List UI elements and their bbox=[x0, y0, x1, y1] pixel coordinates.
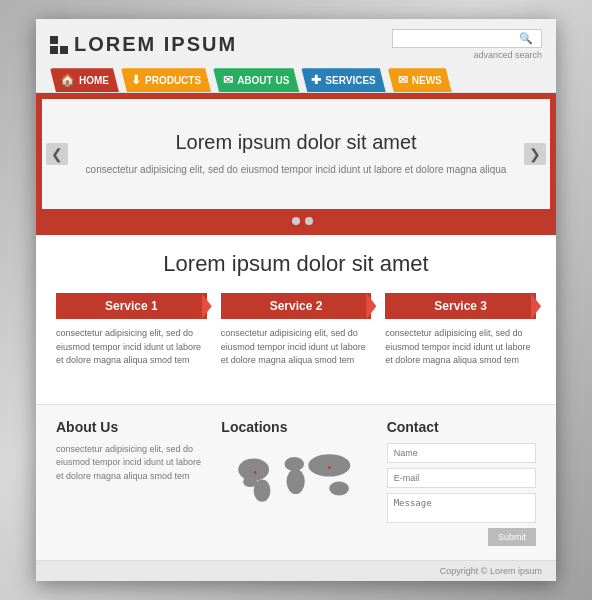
nav-label-services: SERVICES bbox=[325, 75, 375, 86]
nav-item-home[interactable]: 🏠 HOME bbox=[50, 68, 119, 92]
dot-3[interactable] bbox=[305, 217, 313, 225]
nav-label-about: ABOUT US bbox=[237, 75, 289, 86]
service-2-button[interactable]: Service 2 bbox=[221, 293, 372, 319]
service-2-text: consectetur adipisicing elit, sed do eiu… bbox=[221, 327, 372, 368]
contact-email-input[interactable] bbox=[387, 468, 536, 488]
services-row: Service 1 consectetur adipisicing elit, … bbox=[56, 293, 536, 368]
logo: LOREM IPSUM bbox=[50, 33, 237, 56]
about-title: About Us bbox=[56, 419, 205, 435]
service-3-text: consectetur adipisicing elit, sed do eiu… bbox=[385, 327, 536, 368]
svg-point-5 bbox=[309, 454, 351, 476]
nav-item-news[interactable]: ✉ NEWS bbox=[388, 68, 452, 92]
svg-point-4 bbox=[287, 469, 305, 494]
logo-text: LOREM IPSUM bbox=[74, 33, 237, 56]
svg-point-6 bbox=[330, 481, 350, 495]
slider-dots bbox=[42, 209, 550, 229]
nav-item-about[interactable]: ✉ ABOUT US bbox=[213, 68, 299, 92]
advanced-search-link[interactable]: advanced search bbox=[473, 50, 542, 60]
svg-point-8 bbox=[328, 466, 331, 469]
search-input[interactable] bbox=[399, 33, 519, 45]
nav-item-services[interactable]: ✚ SERVICES bbox=[301, 68, 385, 92]
services-icon: ✚ bbox=[311, 73, 321, 87]
header-top: LOREM IPSUM 🔍 advanced search bbox=[50, 29, 542, 60]
svg-point-3 bbox=[285, 457, 305, 471]
slider-text: consectetur adipisicing elit, sed do eiu… bbox=[86, 162, 507, 177]
about-text: consectetur adipisicing elit, sed do eiu… bbox=[56, 443, 205, 484]
contact-message-input[interactable] bbox=[387, 493, 536, 523]
nav-label-products: PRODUCTS bbox=[145, 75, 201, 86]
copyright: Copyright © Lorem ipsum bbox=[36, 560, 556, 581]
contact-title: Contact bbox=[387, 419, 536, 435]
main-title: Lorem ipsum dolor sit amet bbox=[56, 251, 536, 277]
logo-icon bbox=[50, 36, 68, 54]
footer-locations: Locations bbox=[221, 419, 370, 546]
slider-inner: ❮ Lorem ipsum dolor sit amet consectetur… bbox=[42, 99, 550, 209]
contact-name-input[interactable] bbox=[387, 443, 536, 463]
slider-arrow-left[interactable]: ❮ bbox=[46, 143, 68, 165]
dot-1[interactable] bbox=[279, 217, 287, 225]
slider-section: ❮ Lorem ipsum dolor sit amet consectetur… bbox=[36, 93, 556, 235]
footer-contact: Contact Submit bbox=[387, 419, 536, 546]
service-col-2: Service 2 consectetur adipisicing elit, … bbox=[221, 293, 372, 368]
svg-point-2 bbox=[254, 479, 271, 501]
service-1-button[interactable]: Service 1 bbox=[56, 293, 207, 319]
submit-button[interactable]: Submit bbox=[488, 528, 536, 546]
contact-form: Submit bbox=[387, 443, 536, 546]
header: LOREM IPSUM 🔍 advanced search 🏠 HOME ⬇ P… bbox=[36, 19, 556, 93]
about-icon: ✉ bbox=[223, 73, 233, 87]
news-icon: ✉ bbox=[398, 73, 408, 87]
service-1-text: consectetur adipisicing elit, sed do eiu… bbox=[56, 327, 207, 368]
dot-2[interactable] bbox=[292, 217, 300, 225]
service-col-3: Service 3 consectetur adipisicing elit, … bbox=[385, 293, 536, 368]
search-bar: 🔍 advanced search bbox=[392, 29, 542, 60]
nav-item-products[interactable]: ⬇ PRODUCTS bbox=[121, 68, 211, 92]
service-col-1: Service 1 consectetur adipisicing elit, … bbox=[56, 293, 207, 368]
slider-arrow-right[interactable]: ❯ bbox=[524, 143, 546, 165]
world-map bbox=[221, 443, 370, 513]
nav-label-home: HOME bbox=[79, 75, 109, 86]
home-icon: 🏠 bbox=[60, 73, 75, 87]
footer-section: About Us consectetur adipisicing elit, s… bbox=[36, 404, 556, 560]
search-icon[interactable]: 🔍 bbox=[519, 32, 533, 45]
nav-label-news: NEWS bbox=[412, 75, 442, 86]
search-input-wrap[interactable]: 🔍 bbox=[392, 29, 542, 48]
main-content: Lorem ipsum dolor sit amet Service 1 con… bbox=[36, 235, 556, 404]
footer-about: About Us consectetur adipisicing elit, s… bbox=[56, 419, 205, 546]
website-mockup: LOREM IPSUM 🔍 advanced search 🏠 HOME ⬇ P… bbox=[36, 19, 556, 581]
products-icon: ⬇ bbox=[131, 73, 141, 87]
service-3-button[interactable]: Service 3 bbox=[385, 293, 536, 319]
nav: 🏠 HOME ⬇ PRODUCTS ✉ ABOUT US ✚ SERVICES … bbox=[50, 68, 542, 92]
svg-point-7 bbox=[254, 471, 257, 474]
copyright-text: Copyright © Lorem ipsum bbox=[440, 566, 542, 576]
slider-title: Lorem ipsum dolor sit amet bbox=[175, 131, 416, 154]
locations-title: Locations bbox=[221, 419, 370, 435]
